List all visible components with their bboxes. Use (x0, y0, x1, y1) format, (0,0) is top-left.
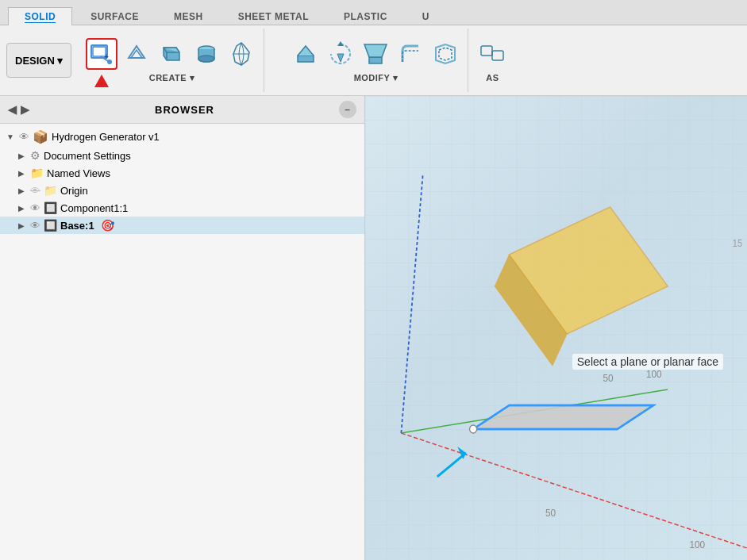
create-text: CREATE ▾ (149, 73, 194, 83)
svg-rect-13 (492, 51, 503, 60)
expand-icon-docsettings[interactable]: ▶ (16, 150, 27, 161)
modify-label[interactable]: MODIFY ▾ (354, 73, 399, 83)
eye-icon-component1[interactable]: 👁 (30, 202, 40, 214)
sketch-icon: + (90, 42, 114, 66)
assemble-icons-row (476, 38, 508, 70)
fillet-icon (396, 40, 425, 68)
revolve-tool[interactable] (325, 38, 356, 70)
expand-icon-origin[interactable]: ▶ (16, 185, 27, 196)
tab-plastic[interactable]: PLASTIC (327, 7, 404, 25)
loft-icon (361, 40, 390, 68)
expand-icon-namedviews[interactable]: ▶ (16, 167, 27, 178)
create-section: + (79, 29, 264, 92)
collapse-icon: – (345, 104, 351, 115)
tab-sheetmetal[interactable]: SHEET METAL (221, 7, 325, 25)
revolve-icon (326, 40, 355, 68)
sphere-tool[interactable] (225, 38, 257, 70)
item-label-origin: Origin (60, 185, 88, 197)
design-button[interactable]: DESIGN ▾ (6, 43, 71, 78)
svg-rect-11 (369, 57, 382, 63)
shell-tool[interactable] (429, 38, 461, 70)
item-label-namedviews: Named Views (47, 167, 110, 179)
expand-icon-root[interactable]: ▼ (5, 132, 16, 143)
assemble-label[interactable]: AS (486, 73, 499, 82)
gear-icon-docsettings: ⚙ (30, 149, 40, 162)
tree-item-root[interactable]: ▼ 👁 📦 Hydrogen Generator v1 (0, 127, 364, 147)
svg-rect-9 (298, 56, 314, 62)
fillet-tool[interactable] (395, 38, 426, 70)
tab-mesh[interactable]: MESH (157, 7, 220, 25)
svg-text:100: 100 (689, 539, 705, 550)
modify-section: MODIFY ▾ (283, 29, 468, 92)
cylinder-icon (192, 40, 221, 68)
svg-text:15: 15 (733, 239, 742, 249)
browser-nav: ◀ ▶ (8, 103, 30, 116)
browser-panel: ◀ ▶ BROWSER – ▼ 👁 📦 Hydrogen Generator v… (0, 96, 365, 560)
nav-right-arrow[interactable]: ▶ (21, 103, 30, 116)
item-label-docsettings: Document Settings (44, 150, 131, 162)
tab-solid[interactable]: SOLID (8, 7, 72, 25)
svg-marker-10 (337, 41, 344, 46)
tree-item-origin[interactable]: ▶ 👁 📁 Origin (0, 182, 364, 199)
browser-collapse-button[interactable]: – (339, 101, 356, 118)
tree-item-namedviews[interactable]: ▶ 📁 Named Views (0, 164, 364, 182)
svg-text:50: 50 (545, 507, 556, 519)
toolbar: SOLID SURFACE MESH SHEET METAL PLASTIC U… (0, 0, 747, 96)
assemble-section: AS (470, 29, 514, 92)
viewport[interactable]: 100 50 50 100 15 Select a plane or plan (365, 96, 747, 560)
item-label-root: Hydrogen Generator v1 (52, 131, 160, 143)
create-icons-row: + (86, 38, 257, 70)
tree-item-docsettings[interactable]: ▶ ⚙ Document Settings (0, 147, 364, 164)
tab-u[interactable]: U (406, 7, 446, 25)
svg-point-27 (470, 425, 477, 433)
tree-item-component1[interactable]: ▶ 👁 🔲 Component1:1 (0, 199, 364, 217)
assemble-icon (478, 40, 506, 68)
create-label[interactable]: CREATE ▾ (149, 73, 194, 83)
tab-bar: SOLID SURFACE MESH SHEET METAL PLASTIC U (0, 0, 747, 25)
svg-text:100: 100 (646, 368, 662, 380)
tool-row: DESIGN ▾ + (0, 25, 747, 95)
tree-item-base1[interactable]: ▶ 👁 🔲 Base:1 🎯 (0, 217, 364, 234)
eye-icon-root[interactable]: 👁 (19, 131, 29, 143)
eye-icon-base1[interactable]: 👁 (30, 220, 40, 232)
browser-tree: ▼ 👁 📦 Hydrogen Generator v1 ▶ ⚙ Document… (0, 124, 364, 560)
svg-point-7 (198, 56, 214, 62)
browser-title: BROWSER (155, 104, 214, 116)
loft-tool[interactable] (360, 38, 391, 70)
sketch-tool[interactable]: + (86, 38, 117, 70)
expand-icon-base1[interactable]: ▶ (16, 220, 27, 231)
box-icon (157, 40, 186, 68)
extrude-tool[interactable] (290, 38, 322, 70)
folder-icon-origin: 📁 (44, 184, 57, 197)
box-tool[interactable] (156, 38, 187, 70)
arrow-up-icon (94, 75, 109, 87)
component-icon-component1: 🔲 (44, 201, 57, 214)
shell-icon (431, 40, 460, 68)
modify-text: MODIFY ▾ (354, 73, 399, 83)
component-icon-base1: 🔲 (44, 219, 57, 232)
modify-icons-row (290, 38, 461, 70)
main-area: ◀ ▶ BROWSER – ▼ 👁 📦 Hydrogen Generator v… (0, 96, 747, 560)
folder-icon-namedviews: 📁 (30, 167, 44, 179)
expand-icon-component1[interactable]: ▶ (16, 202, 27, 213)
item-label-component1: Component1:1 (60, 202, 128, 214)
sphere-icon (227, 40, 256, 68)
nav-left-arrow[interactable]: ◀ (8, 103, 17, 116)
3d-sketch-tool[interactable] (121, 38, 152, 70)
3d-sketch-icon (125, 42, 148, 66)
scene-svg: 100 50 50 100 15 (365, 96, 747, 560)
item-label-base1: Base:1 (60, 220, 94, 232)
svg-text:+: + (104, 52, 109, 61)
eye-icon-origin[interactable]: 👁 (30, 185, 40, 197)
cylinder-tool[interactable] (191, 38, 222, 70)
svg-text:50: 50 (603, 372, 613, 384)
browser-header: ◀ ▶ BROWSER – (0, 96, 364, 124)
component-icon-root: 📦 (33, 129, 48, 144)
design-label: DESIGN ▾ (15, 55, 63, 67)
assemble-tool[interactable] (476, 38, 508, 70)
arrow-indicator (94, 75, 109, 87)
svg-rect-12 (481, 46, 492, 56)
tab-surface[interactable]: SURFACE (74, 7, 156, 25)
assemble-text: AS (486, 73, 499, 82)
extrude-icon (291, 40, 320, 68)
